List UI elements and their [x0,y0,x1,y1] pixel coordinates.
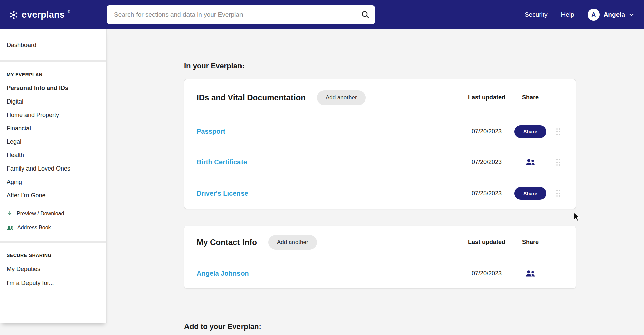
share-button[interactable]: Share [514,125,546,138]
logo[interactable]: everplans ® [9,9,70,20]
share-button[interactable]: Share [514,187,546,200]
help-link[interactable]: Help [561,11,574,18]
table-row: Passport 07/20/2023 Share [184,116,576,147]
table-row: Angela Johnson 07/20/2023 [184,258,576,288]
sidebar-item-label: Preview / Download [17,211,64,217]
sidebar-item-preview-download[interactable]: Preview / Download [0,207,106,221]
sidebar-divider [0,241,106,243]
sidebar-header-my-everplan: MY EVERPLAN [7,72,100,77]
topbar: everplans ® Security Help A Angela [0,0,644,29]
sidebar-item-health[interactable]: Health [0,148,106,162]
search-input[interactable] [107,5,375,24]
avatar[interactable]: A [588,9,600,21]
item-link-drivers-license[interactable]: Driver's License [197,190,248,197]
card-title: IDs and Vital Documentation [197,93,306,103]
sidebar-item-digital[interactable]: Digital [0,95,106,108]
card-header: IDs and Vital Documentation Add another … [184,79,576,116]
sidebar-item-dashboard[interactable]: Dashboard [0,29,106,60]
item-link-birth-certificate[interactable]: Birth Certificate [197,158,247,166]
search-bar [107,5,375,24]
sidebar-item-label: Address Book [17,225,51,231]
user-menu[interactable]: A Angela [588,9,634,21]
in-your-everplan-heading: In your Everplan: [184,62,576,70]
chevron-down-icon [629,13,634,16]
shared-people-icon[interactable] [525,159,535,166]
sidebar-nav-secure-sharing: My Deputies I'm a Deputy for... [0,262,106,290]
content-scrollbar-track[interactable] [582,29,582,335]
logo-icon [9,10,19,20]
sidebar-item-im-a-deputy-for[interactable]: I'm a Deputy for... [0,276,106,290]
search-icon[interactable] [361,10,370,19]
sidebar-item-my-deputies[interactable]: My Deputies [0,262,106,276]
sidebar: Dashboard MY EVERPLAN Personal Info and … [0,29,107,323]
table-row: Driver's License 07/25/2023 Share [184,178,576,209]
card-my-contact-info: My Contact Info Add another Last updated… [184,226,576,289]
drag-handle[interactable] [549,158,568,166]
sidebar-item-after-im-gone[interactable]: After I'm Gone [0,189,106,202]
add-to-your-everplan-heading: Add to your Everplan: [184,322,576,331]
drag-handle[interactable] [549,189,568,197]
share-column-header: Share [512,239,549,246]
sidebar-item-personal-info-and-ids[interactable]: Personal Info and IDs [0,81,106,95]
main-content: In your Everplan: IDs and Vital Document… [184,29,576,331]
add-another-button[interactable]: Add another [268,235,317,250]
sidebar-item-aging[interactable]: Aging [0,175,106,189]
security-link[interactable]: Security [525,11,548,18]
item-link-angela-johnson[interactable]: Angela Johnson [197,270,249,277]
user-name: Angela [604,11,625,18]
last-updated-date: 07/20/2023 [462,159,512,166]
download-icon [7,211,13,217]
sidebar-divider [0,60,106,62]
sidebar-item-home-and-property[interactable]: Home and Property [0,108,106,122]
last-updated-date: 07/25/2023 [462,190,512,197]
address-book-icon [7,225,14,230]
sidebar-item-family-and-loved-ones[interactable]: Family and Loved Ones [0,162,106,175]
drag-handle[interactable] [549,128,568,136]
sidebar-header-secure-sharing: SECURE SHARING [7,253,100,258]
last-updated-column-header: Last updated [462,94,512,101]
last-updated-column-header: Last updated [462,239,512,246]
sidebar-nav-my-everplan: Personal Info and IDs Digital Home and P… [0,81,106,202]
card-ids-and-vital-documentation: IDs and Vital Documentation Add another … [184,79,576,209]
sidebar-item-financial[interactable]: Financial [0,122,106,135]
registered-mark: ® [68,10,70,13]
item-link-passport[interactable]: Passport [197,128,225,135]
topbar-right: Security Help A Angela [525,9,644,21]
sidebar-item-legal[interactable]: Legal [0,135,106,148]
last-updated-date: 07/20/2023 [462,270,512,277]
card-title: My Contact Info [197,238,257,247]
sidebar-tools: Preview / Download Address Book [0,207,106,235]
shared-people-icon[interactable] [525,270,535,277]
card-header: My Contact Info Add another Last updated… [184,226,576,258]
table-row: Birth Certificate 07/20/2023 [184,147,576,178]
share-column-header: Share [512,94,549,101]
sidebar-item-address-book[interactable]: Address Book [0,221,106,235]
last-updated-date: 07/20/2023 [462,128,512,135]
add-another-button[interactable]: Add another [317,90,366,105]
logo-text: everplans [22,9,65,20]
